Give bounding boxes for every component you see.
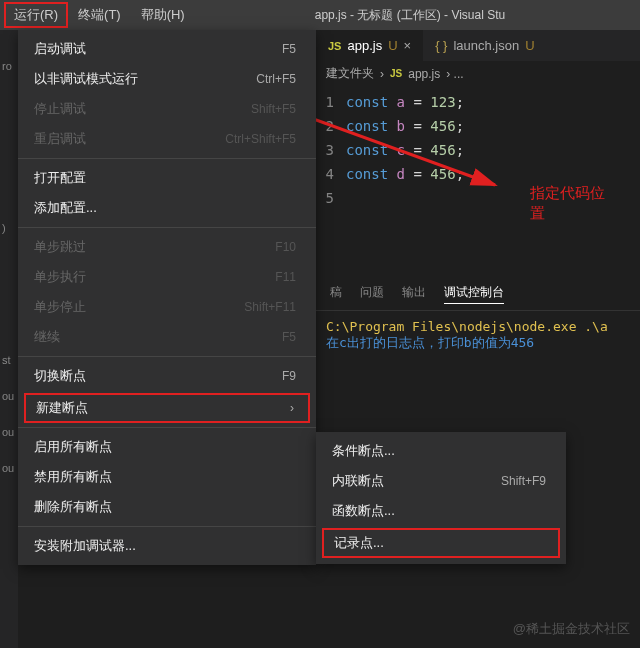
menu-continue: 继续 F5	[18, 322, 316, 352]
menu-open-config[interactable]: 打开配置	[18, 163, 316, 193]
menu-new-breakpoint[interactable]: 新建断点 ›	[24, 393, 310, 423]
menu-divider	[18, 427, 316, 428]
strip-text: ou	[0, 390, 18, 402]
json-icon: { }	[435, 38, 447, 53]
menu-label: 单步执行	[34, 268, 86, 286]
menu-shortcut: F9	[282, 369, 296, 383]
menu-shortcut: F11	[275, 270, 296, 284]
tab-launch-json[interactable]: { } launch.json U	[423, 30, 546, 61]
line-number: 5	[316, 186, 346, 210]
breadcrumb-file: app.js	[408, 67, 440, 81]
watermark: @稀土掘金技术社区	[513, 620, 630, 638]
menu-add-config[interactable]: 添加配置...	[18, 193, 316, 223]
code-semi: ;	[456, 114, 464, 138]
menu-label: 启用所有断点	[34, 438, 112, 456]
menu-step-out: 单步停止 Shift+F11	[18, 292, 316, 322]
code-number: 456	[430, 138, 455, 162]
window-title: app.js - 无标题 (工作区) - Visual Stu	[315, 7, 506, 24]
modified-indicator: U	[388, 38, 397, 53]
strip-text: )	[0, 222, 18, 234]
menu-label: 新建断点	[36, 399, 88, 417]
submenu-function-bp[interactable]: 函数断点...	[316, 496, 566, 526]
menu-divider	[18, 158, 316, 159]
submenu-conditional-bp[interactable]: 条件断点...	[316, 436, 566, 466]
terminal-panel: 稿 问题 输出 调试控制台 C:\Program Files\nodejs\no…	[316, 278, 640, 360]
terminal-line: C:\Program Files\nodejs\node.exe .\a	[326, 319, 630, 334]
menu-stop-debug: 停止调试 Shift+F5	[18, 94, 316, 124]
annotation-text: 指定代码位 置	[530, 183, 605, 223]
chevron-right-icon: ›	[290, 401, 294, 415]
code-number: 123	[430, 90, 455, 114]
breadcrumb-folder: 建文件夹	[326, 65, 374, 82]
menu-label: 停止调试	[34, 100, 86, 118]
code-semi: ;	[456, 90, 464, 114]
menu-help[interactable]: 帮助(H)	[131, 2, 195, 28]
menu-label: 单步停止	[34, 298, 86, 316]
term-tab-cut[interactable]: 稿	[330, 284, 342, 304]
menu-shortcut: Shift+F9	[501, 474, 546, 488]
code-op: =	[413, 114, 421, 138]
breadcrumb-more: › ...	[446, 67, 463, 81]
menu-disable-all-bp[interactable]: 禁用所有断点	[18, 462, 316, 492]
menu-label: 打开配置	[34, 169, 86, 187]
close-icon[interactable]: ×	[404, 38, 412, 53]
code-keyword: const	[346, 138, 388, 162]
menu-label: 切换断点	[34, 367, 86, 385]
menu-restart-debug: 重启调试 Ctrl+Shift+F5	[18, 124, 316, 154]
new-breakpoint-submenu: 条件断点... 内联断点 Shift+F9 函数断点... 记录点...	[316, 432, 566, 564]
js-icon: JS	[328, 40, 341, 52]
left-truncated-panel: ro ) st ou ou ou	[0, 30, 18, 648]
line-number: 1	[316, 90, 346, 114]
terminal-content[interactable]: C:\Program Files\nodejs\node.exe .\a 在c出…	[316, 311, 640, 360]
code-line: 3 const c = 456;	[316, 138, 640, 162]
menu-label: 函数断点...	[332, 502, 395, 520]
menu-remove-all-bp[interactable]: 删除所有断点	[18, 492, 316, 522]
menu-run[interactable]: 运行(R)	[4, 2, 68, 28]
code-var: d	[397, 162, 405, 186]
term-tab-debug-console[interactable]: 调试控制台	[444, 284, 504, 304]
code-var: b	[397, 114, 405, 138]
menu-label: 删除所有断点	[34, 498, 112, 516]
modified-indicator: U	[525, 38, 534, 53]
js-icon: JS	[390, 68, 402, 79]
menu-label: 重启调试	[34, 130, 86, 148]
tab-label: app.js	[347, 38, 382, 53]
breadcrumb[interactable]: 建文件夹 › JS app.js › ...	[316, 61, 640, 86]
code-op: =	[413, 138, 421, 162]
title-bar: 运行(R) 终端(T) 帮助(H) app.js - 无标题 (工作区) - V…	[0, 0, 640, 30]
menu-label: 继续	[34, 328, 60, 346]
term-tab-output[interactable]: 输出	[402, 284, 426, 304]
menu-enable-all-bp[interactable]: 启用所有断点	[18, 432, 316, 462]
strip-text: ou	[0, 426, 18, 438]
submenu-logpoint[interactable]: 记录点...	[322, 528, 560, 558]
editor-tabs: JS app.js U × { } launch.json U	[316, 30, 640, 61]
code-var: a	[397, 90, 405, 114]
menu-shortcut: Ctrl+F5	[256, 72, 296, 86]
term-tab-problems[interactable]: 问题	[360, 284, 384, 304]
code-keyword: const	[346, 114, 388, 138]
code-number: 456	[430, 162, 455, 186]
menu-label: 条件断点...	[332, 442, 395, 460]
strip-text: ou	[0, 462, 18, 474]
menu-run-no-debug[interactable]: 以非调试模式运行 Ctrl+F5	[18, 64, 316, 94]
menu-shortcut: Shift+F11	[244, 300, 296, 314]
tab-app-js[interactable]: JS app.js U ×	[316, 30, 423, 61]
line-number: 2	[316, 114, 346, 138]
menu-terminal[interactable]: 终端(T)	[68, 2, 131, 28]
menu-label: 添加配置...	[34, 199, 97, 217]
code-semi: ;	[456, 138, 464, 162]
submenu-inline-bp[interactable]: 内联断点 Shift+F9	[316, 466, 566, 496]
menu-label: 单步跳过	[34, 238, 86, 256]
menu-shortcut: F5	[282, 330, 296, 344]
menu-step-over: 单步跳过 F10	[18, 232, 316, 262]
menu-toggle-breakpoint[interactable]: 切换断点 F9	[18, 361, 316, 391]
strip-text: st	[0, 354, 18, 366]
menu-shortcut: F5	[282, 42, 296, 56]
code-keyword: const	[346, 90, 388, 114]
menu-divider	[18, 356, 316, 357]
terminal-tabs: 稿 问题 输出 调试控制台	[316, 278, 640, 311]
code-semi: ;	[456, 162, 464, 186]
menu-install-debugger[interactable]: 安装附加调试器...	[18, 531, 316, 561]
menu-start-debug[interactable]: 启动调试 F5	[18, 34, 316, 64]
menu-divider	[18, 526, 316, 527]
